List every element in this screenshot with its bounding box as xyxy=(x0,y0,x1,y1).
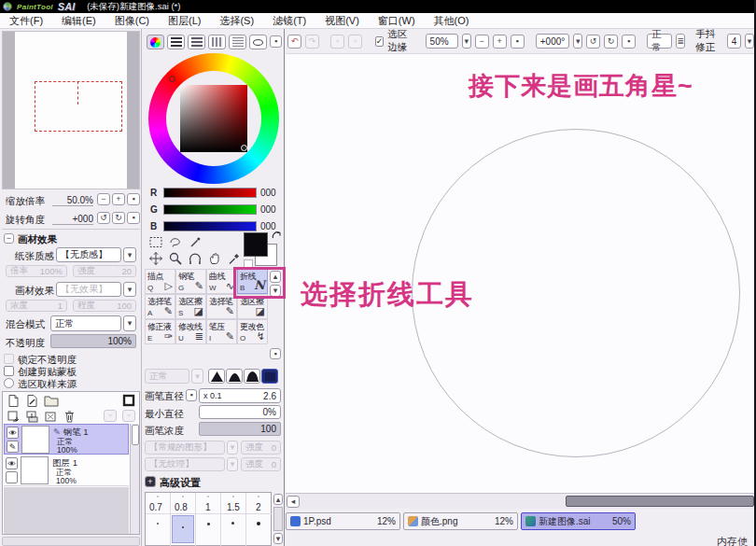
brush-edge-mode-select[interactable]: 正常 xyxy=(145,369,189,384)
brush-shape-texture-select[interactable]: 【常规的图形】 xyxy=(145,441,225,455)
brush-texture-dropdown-button[interactable]: ▾ xyxy=(227,457,238,471)
hscroll-thumb[interactable] xyxy=(566,496,754,507)
hsv-sliders-mode-button[interactable] xyxy=(188,35,205,49)
menu-filter[interactable]: 滤镜(T) xyxy=(263,14,315,28)
preset-col[interactable]: 2 xyxy=(246,493,272,546)
material-effect-select[interactable]: 【无效果】 xyxy=(56,282,121,297)
zoom-in-button[interactable]: + xyxy=(493,35,507,49)
layer-visibility-toggle[interactable] xyxy=(6,457,18,469)
advanced-settings-expand-button[interactable]: + xyxy=(145,476,156,487)
b-slider[interactable] xyxy=(163,221,257,231)
delete-layer-button[interactable] xyxy=(63,409,77,424)
tool-cell-selection-eraser[interactable]: 选区擦S◪ xyxy=(175,294,206,319)
ascend-layer-button[interactable]: ▫ xyxy=(104,410,117,422)
tool-cell-pen[interactable]: 钢笔G✎ xyxy=(175,269,206,294)
tab-color-png[interactable]: 颜色.png 12% xyxy=(403,512,518,530)
presets-scroll-up-button[interactable]: ▴ xyxy=(273,494,283,505)
menu-image[interactable]: 图像(C) xyxy=(105,14,159,28)
tab-1p-psd[interactable]: 1P.psd 12% xyxy=(286,512,400,530)
saturation-value-square[interactable] xyxy=(180,85,247,152)
layer-item-pen1[interactable]: ✎ ✎ 钢笔 1 正常 100% xyxy=(4,424,129,455)
layer-visibility-toggle[interactable] xyxy=(7,427,19,439)
zoom-out-button[interactable]: − xyxy=(475,35,489,49)
rotate-view-tool[interactable] xyxy=(188,251,203,266)
navigator-rotate-reset-button[interactable]: ▪ xyxy=(127,212,140,224)
brush-shape-square-button-selected[interactable] xyxy=(261,369,278,384)
hscroll-left-button[interactable]: ◂ xyxy=(287,496,300,508)
color-panel-menu-button[interactable]: ▪ xyxy=(270,35,282,48)
material-collapse-button[interactable]: − xyxy=(4,233,14,244)
paint-mode-field[interactable]: 正常 xyxy=(647,34,672,49)
undo-button[interactable]: ↶ xyxy=(287,35,301,49)
new-folder-button[interactable] xyxy=(44,395,59,407)
zoom-dropdown-button[interactable]: ▾ xyxy=(462,34,471,49)
navigator-zoom-out-button[interactable]: − xyxy=(97,193,110,205)
tool-cell-select-pen[interactable]: 选择笔A✎ xyxy=(145,294,175,319)
paper-texture-select[interactable]: 【无质感】 xyxy=(56,247,121,262)
marquee-tool[interactable] xyxy=(148,235,163,249)
redo-button[interactable]: ↷ xyxy=(305,35,319,49)
brush-shape-dome-button[interactable] xyxy=(226,369,243,384)
rotate-cw-button[interactable]: ↻ xyxy=(604,35,618,49)
merge-down-button[interactable] xyxy=(25,410,39,424)
preset-col[interactable]: 0.7 xyxy=(146,493,171,546)
vscroll-thumb[interactable] xyxy=(132,425,139,445)
rotate-reset-button[interactable]: ▪ xyxy=(622,35,636,49)
brush-shape-flat-dome-button[interactable] xyxy=(244,369,260,384)
layer-panel-hscrollbar[interactable] xyxy=(2,537,140,546)
tool-cell-anchor-point[interactable]: 描点Q▷ xyxy=(145,269,175,294)
preset-col[interactable]: 1 xyxy=(196,493,221,546)
angle-dropdown-button[interactable]: ▾ xyxy=(573,34,582,49)
sv-marker[interactable] xyxy=(241,145,247,151)
tool-cell-change-color[interactable]: 更改色O↯ xyxy=(237,319,268,344)
menu-view[interactable]: 视图(V) xyxy=(315,14,369,28)
invert-selection-button[interactable]: ▫ xyxy=(348,35,362,49)
preset-col-selected[interactable]: 0.8 xyxy=(171,493,196,546)
blend-mode-dropdown-button[interactable]: ▾ xyxy=(123,315,136,331)
rotation-angle-field[interactable]: +000° xyxy=(536,34,570,49)
layer-mask-button[interactable] xyxy=(122,394,135,407)
swap-colors-button[interactable] xyxy=(272,231,282,241)
opacity-slider[interactable]: 100% xyxy=(50,334,136,348)
menu-edit[interactable]: 编辑(E) xyxy=(52,14,105,28)
canvas-hscrollbar[interactable]: ◂ xyxy=(286,493,756,509)
g-slider[interactable] xyxy=(163,204,257,215)
transfer-down-button[interactable] xyxy=(7,410,21,424)
lasso-tool[interactable] xyxy=(168,235,183,249)
menu-layer[interactable]: 图层(L) xyxy=(159,14,210,28)
selection-edge-checkbox[interactable]: ✓ xyxy=(375,36,385,47)
presets-scroll-down-button[interactable]: ▾ xyxy=(273,533,283,544)
tool-cell-pen-pressure[interactable]: 笔压I✎ xyxy=(206,319,237,344)
brush-shape-triangle-button[interactable] xyxy=(208,369,225,384)
preset-col[interactable]: 1.5 xyxy=(221,493,246,546)
layer-item-layer1[interactable]: 图层 1 正常 100% xyxy=(4,455,129,486)
layer-draw-mode-toggle[interactable]: ✎ xyxy=(7,441,19,453)
layer-list-vscrollbar[interactable] xyxy=(130,424,139,534)
rotate-ccw-button[interactable]: ↺ xyxy=(586,35,600,49)
color-wheel[interactable] xyxy=(148,53,279,184)
paint-mode-button[interactable]: ≣ xyxy=(676,34,685,49)
tab-new-image-sai[interactable]: 新建图像.sai 50% xyxy=(521,512,636,530)
menu-others[interactable]: 其他(O) xyxy=(425,14,479,28)
new-layer-button[interactable] xyxy=(7,394,21,408)
brush-diameter-unit-button[interactable]: ▪ xyxy=(186,389,197,401)
selection-source-radio[interactable] xyxy=(4,378,14,388)
brush-shape-dropdown-button[interactable]: ▾ xyxy=(227,441,238,455)
navigator-rotate-cw-button[interactable]: ↻ xyxy=(112,212,125,224)
presets-scroll-track[interactable] xyxy=(273,507,283,531)
min-diameter-slider[interactable]: 0% xyxy=(199,405,281,419)
navigator-preview[interactable] xyxy=(2,31,140,189)
stabilizer-dropdown-button[interactable]: ▾ xyxy=(745,34,754,49)
brush-texture-select[interactable]: 【无纹理】 xyxy=(145,457,225,471)
tool-cell-correction-fluid[interactable]: 修正液E✑ xyxy=(145,319,175,344)
clear-layer-button[interactable] xyxy=(44,410,58,424)
brush-diameter-slider[interactable]: x 0.1 2.6 xyxy=(199,388,281,403)
foreground-color-swatch[interactable] xyxy=(244,232,268,257)
zoom-level-field[interactable]: 50% xyxy=(426,34,458,49)
r-slider[interactable] xyxy=(163,188,257,198)
lock-opacity-checkbox[interactable] xyxy=(4,354,14,364)
menu-window[interactable]: 窗口(W) xyxy=(369,14,425,28)
custom-palette-mode-button[interactable] xyxy=(229,35,246,49)
menu-file[interactable]: 文件(F) xyxy=(0,14,52,28)
brush-edge-dropdown-button[interactable]: ▾ xyxy=(191,369,203,384)
